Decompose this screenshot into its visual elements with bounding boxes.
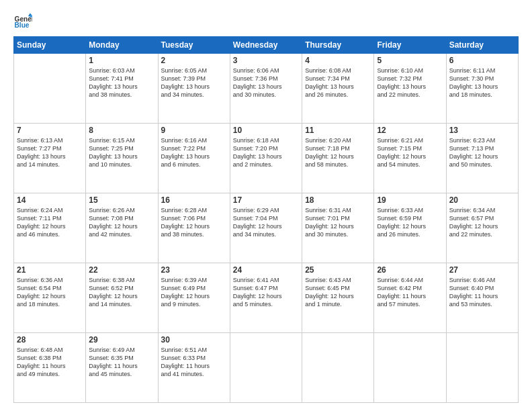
calendar-cell: 22Sunrise: 6:38 AM Sunset: 6:52 PM Dayli…	[86, 263, 158, 333]
weekday-header: Saturday	[446, 37, 518, 54]
cell-info: Sunrise: 6:23 AM Sunset: 7:13 PM Dayligh…	[449, 136, 515, 169]
cell-info: Sunrise: 6:21 AM Sunset: 7:15 PM Dayligh…	[377, 136, 443, 169]
calendar-cell	[374, 333, 446, 403]
calendar-cell: 13Sunrise: 6:23 AM Sunset: 7:13 PM Dayli…	[446, 124, 518, 193]
calendar-cell: 24Sunrise: 6:41 AM Sunset: 6:47 PM Dayli…	[230, 263, 302, 333]
cell-info: Sunrise: 6:41 AM Sunset: 6:47 PM Dayligh…	[233, 276, 299, 309]
day-number: 20	[449, 195, 515, 205]
day-number: 6	[449, 56, 515, 65]
day-number: 8	[89, 126, 154, 135]
calendar-cell: 19Sunrise: 6:33 AM Sunset: 6:59 PM Dayli…	[374, 193, 446, 263]
calendar-week-row: 7Sunrise: 6:13 AM Sunset: 7:27 PM Daylig…	[14, 124, 519, 193]
day-number: 12	[377, 126, 443, 135]
calendar-cell: 25Sunrise: 6:43 AM Sunset: 6:45 PM Dayli…	[302, 263, 374, 333]
calendar-cell: 21Sunrise: 6:36 AM Sunset: 6:54 PM Dayli…	[14, 263, 86, 333]
calendar-week-row: 1Sunrise: 6:03 AM Sunset: 7:41 PM Daylig…	[14, 54, 519, 124]
calendar-cell: 10Sunrise: 6:18 AM Sunset: 7:20 PM Dayli…	[230, 124, 302, 193]
calendar-cell: 18Sunrise: 6:31 AM Sunset: 7:01 PM Dayli…	[302, 193, 374, 263]
cell-info: Sunrise: 6:48 AM Sunset: 6:38 PM Dayligh…	[17, 346, 83, 379]
calendar-cell: 12Sunrise: 6:21 AM Sunset: 7:15 PM Dayli…	[374, 124, 446, 193]
calendar-week-row: 28Sunrise: 6:48 AM Sunset: 6:38 PM Dayli…	[14, 333, 519, 403]
day-number: 21	[17, 265, 83, 275]
calendar-cell: 20Sunrise: 6:34 AM Sunset: 6:57 PM Dayli…	[446, 193, 518, 263]
day-number: 11	[305, 126, 371, 135]
calendar-cell: 15Sunrise: 6:26 AM Sunset: 7:08 PM Dayli…	[86, 193, 158, 263]
day-number: 1	[89, 56, 154, 65]
day-number: 2	[161, 56, 227, 65]
calendar-cell	[230, 333, 302, 403]
cell-info: Sunrise: 6:51 AM Sunset: 6:33 PM Dayligh…	[161, 346, 227, 379]
cell-info: Sunrise: 6:06 AM Sunset: 7:36 PM Dayligh…	[233, 66, 299, 99]
cell-info: Sunrise: 6:20 AM Sunset: 7:18 PM Dayligh…	[305, 136, 371, 169]
day-number: 26	[377, 265, 443, 275]
calendar-header-row: SundayMondayTuesdayWednesdayThursdayFrid…	[14, 37, 519, 54]
calendar-cell: 1Sunrise: 6:03 AM Sunset: 7:41 PM Daylig…	[86, 54, 158, 124]
day-number: 4	[305, 56, 371, 65]
calendar-cell: 23Sunrise: 6:39 AM Sunset: 6:49 PM Dayli…	[158, 263, 230, 333]
cell-info: Sunrise: 6:44 AM Sunset: 6:42 PM Dayligh…	[377, 276, 443, 309]
cell-info: Sunrise: 6:49 AM Sunset: 6:35 PM Dayligh…	[89, 346, 154, 379]
cell-info: Sunrise: 6:05 AM Sunset: 7:39 PM Dayligh…	[161, 66, 227, 99]
calendar-table: SundayMondayTuesdayWednesdayThursdayFrid…	[13, 36, 519, 403]
day-number: 17	[233, 195, 299, 205]
calendar-page: General Blue SundayMondayTuesdayWednesda…	[0, 0, 532, 411]
day-number: 30	[161, 335, 227, 345]
cell-info: Sunrise: 6:28 AM Sunset: 7:06 PM Dayligh…	[161, 206, 227, 239]
calendar-cell: 5Sunrise: 6:10 AM Sunset: 7:32 PM Daylig…	[374, 54, 446, 124]
calendar-week-row: 21Sunrise: 6:36 AM Sunset: 6:54 PM Dayli…	[14, 263, 519, 333]
cell-info: Sunrise: 6:31 AM Sunset: 7:01 PM Dayligh…	[305, 206, 371, 239]
cell-info: Sunrise: 6:18 AM Sunset: 7:20 PM Dayligh…	[233, 136, 299, 169]
cell-info: Sunrise: 6:36 AM Sunset: 6:54 PM Dayligh…	[17, 276, 83, 309]
cell-info: Sunrise: 6:39 AM Sunset: 6:49 PM Dayligh…	[161, 276, 227, 309]
cell-info: Sunrise: 6:10 AM Sunset: 7:32 PM Dayligh…	[377, 66, 443, 99]
svg-text:Blue: Blue	[15, 21, 30, 29]
day-number: 10	[233, 126, 299, 135]
calendar-cell: 28Sunrise: 6:48 AM Sunset: 6:38 PM Dayli…	[14, 333, 86, 403]
weekday-header: Thursday	[302, 37, 374, 54]
calendar-cell: 3Sunrise: 6:06 AM Sunset: 7:36 PM Daylig…	[230, 54, 302, 124]
day-number: 29	[89, 335, 154, 345]
cell-info: Sunrise: 6:26 AM Sunset: 7:08 PM Dayligh…	[89, 206, 154, 239]
cell-info: Sunrise: 6:29 AM Sunset: 7:04 PM Dayligh…	[233, 206, 299, 239]
calendar-cell: 26Sunrise: 6:44 AM Sunset: 6:42 PM Dayli…	[374, 263, 446, 333]
calendar-cell: 17Sunrise: 6:29 AM Sunset: 7:04 PM Dayli…	[230, 193, 302, 263]
weekday-header: Monday	[86, 37, 158, 54]
day-number: 25	[305, 265, 371, 275]
weekday-header: Tuesday	[158, 37, 230, 54]
calendar-cell: 6Sunrise: 6:11 AM Sunset: 7:30 PM Daylig…	[446, 54, 518, 124]
calendar-cell: 8Sunrise: 6:15 AM Sunset: 7:25 PM Daylig…	[86, 124, 158, 193]
cell-info: Sunrise: 6:46 AM Sunset: 6:40 PM Dayligh…	[449, 276, 515, 309]
day-number: 14	[17, 195, 83, 205]
calendar-cell: 29Sunrise: 6:49 AM Sunset: 6:35 PM Dayli…	[86, 333, 158, 403]
cell-info: Sunrise: 6:24 AM Sunset: 7:11 PM Dayligh…	[17, 206, 83, 239]
day-number: 3	[233, 56, 299, 65]
cell-info: Sunrise: 6:15 AM Sunset: 7:25 PM Dayligh…	[89, 136, 154, 169]
cell-info: Sunrise: 6:38 AM Sunset: 6:52 PM Dayligh…	[89, 276, 154, 309]
calendar-cell: 16Sunrise: 6:28 AM Sunset: 7:06 PM Dayli…	[158, 193, 230, 263]
cell-info: Sunrise: 6:43 AM Sunset: 6:45 PM Dayligh…	[305, 276, 371, 309]
cell-info: Sunrise: 6:11 AM Sunset: 7:30 PM Dayligh…	[449, 66, 515, 99]
day-number: 5	[377, 56, 443, 65]
day-number: 22	[89, 265, 154, 275]
cell-info: Sunrise: 6:08 AM Sunset: 7:34 PM Dayligh…	[305, 66, 371, 99]
day-number: 16	[161, 195, 227, 205]
calendar-cell: 11Sunrise: 6:20 AM Sunset: 7:18 PM Dayli…	[302, 124, 374, 193]
day-number: 28	[17, 335, 83, 345]
calendar-cell	[302, 333, 374, 403]
day-number: 18	[305, 195, 371, 205]
calendar-week-row: 14Sunrise: 6:24 AM Sunset: 7:11 PM Dayli…	[14, 193, 519, 263]
cell-info: Sunrise: 6:16 AM Sunset: 7:22 PM Dayligh…	[161, 136, 227, 169]
calendar-cell	[14, 54, 86, 124]
day-number: 15	[89, 195, 154, 205]
calendar-cell: 7Sunrise: 6:13 AM Sunset: 7:27 PM Daylig…	[14, 124, 86, 193]
cell-info: Sunrise: 6:13 AM Sunset: 7:27 PM Dayligh…	[17, 136, 83, 169]
day-number: 19	[377, 195, 443, 205]
cell-info: Sunrise: 6:33 AM Sunset: 6:59 PM Dayligh…	[377, 206, 443, 239]
calendar-cell: 2Sunrise: 6:05 AM Sunset: 7:39 PM Daylig…	[158, 54, 230, 124]
logo: General Blue	[13, 12, 35, 31]
calendar-cell: 27Sunrise: 6:46 AM Sunset: 6:40 PM Dayli…	[446, 263, 518, 333]
day-number: 24	[233, 265, 299, 275]
day-number: 13	[449, 126, 515, 135]
calendar-cell: 4Sunrise: 6:08 AM Sunset: 7:34 PM Daylig…	[302, 54, 374, 124]
day-number: 27	[449, 265, 515, 275]
